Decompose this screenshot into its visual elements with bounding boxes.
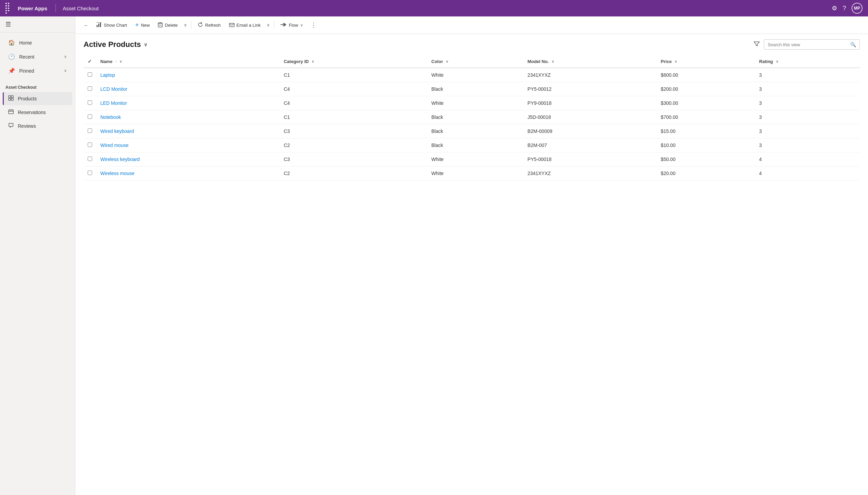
- col-header-model[interactable]: Model No. ∨: [524, 55, 657, 68]
- row-checkbox-7[interactable]: [84, 166, 96, 181]
- cell-rating-3: 3: [755, 110, 860, 124]
- rating-sort-dropdown[interactable]: ∨: [776, 60, 778, 63]
- view-title-dropdown[interactable]: ∨: [144, 42, 147, 47]
- email-dropdown[interactable]: ∨: [265, 21, 271, 29]
- cell-category-3: C1: [280, 110, 427, 124]
- link-name-7[interactable]: Wireless mouse: [100, 171, 135, 176]
- grid-icon[interactable]: [5, 3, 11, 14]
- cell-model-4: B2M-00009: [524, 124, 657, 138]
- delete-dropdown[interactable]: ∨: [183, 21, 188, 29]
- cell-rating-6: 4: [755, 152, 860, 166]
- sidebar-item-products[interactable]: Products: [3, 92, 72, 105]
- cell-color-2: White: [427, 96, 524, 110]
- view-title-text: Active Products: [84, 40, 141, 49]
- email-link-label: Email a Link: [237, 23, 261, 28]
- col-price-label: Price: [661, 59, 672, 64]
- view-area: Active Products ∨ 🔍: [75, 34, 868, 495]
- name-sort-dropdown[interactable]: ∨: [119, 60, 122, 63]
- link-name-0[interactable]: Laptop: [100, 72, 115, 78]
- table-row: Notebook C1 Black J5D-00018 $700.00 3: [84, 110, 860, 124]
- category-sort-dropdown[interactable]: ∨: [312, 60, 314, 63]
- sidebar-item-reviews-label: Reviews: [18, 123, 36, 129]
- cell-category-7: C2: [280, 166, 427, 181]
- cell-name-6: Wireless keyboard: [96, 152, 280, 166]
- hamburger-button[interactable]: ☰: [5, 21, 11, 28]
- delete-button[interactable]: Delete: [154, 20, 181, 30]
- sidebar-item-home[interactable]: 🏠 Home: [3, 36, 72, 49]
- select-all-header[interactable]: ✓: [84, 55, 96, 68]
- cell-color-5: Black: [427, 138, 524, 152]
- svg-rect-1: [11, 96, 13, 98]
- cell-color-0: White: [427, 68, 524, 82]
- link-name-6[interactable]: Wireless keyboard: [100, 157, 140, 162]
- main-layout: ☰ 🏠 Home 🕐 Recent ∨ 📌 Pinned ∨ Asset Che…: [0, 16, 868, 495]
- model-sort-dropdown[interactable]: ∨: [552, 60, 554, 63]
- sidebar-item-reservations[interactable]: Reservations: [3, 106, 72, 119]
- col-category-label: Category ID: [284, 59, 309, 64]
- row-checkbox-5[interactable]: [84, 138, 96, 152]
- svg-rect-0: [9, 96, 11, 98]
- settings-icon[interactable]: ⚙: [832, 4, 837, 12]
- show-chart-button[interactable]: Show Chart: [93, 20, 130, 30]
- recent-icon: 🕐: [8, 53, 15, 60]
- col-header-price[interactable]: Price ∨: [657, 55, 755, 68]
- checkbox-3[interactable]: [88, 114, 92, 119]
- app-name: Power Apps: [18, 5, 47, 11]
- cell-price-1: $200.00: [657, 82, 755, 96]
- col-header-category[interactable]: Category ID ∨: [280, 55, 427, 68]
- checkbox-4[interactable]: [88, 128, 92, 133]
- color-sort-dropdown[interactable]: ∨: [446, 60, 448, 63]
- new-button[interactable]: + New: [132, 20, 153, 31]
- row-checkbox-1[interactable]: [84, 82, 96, 96]
- back-button[interactable]: ←: [81, 20, 91, 30]
- row-checkbox-0[interactable]: [84, 68, 96, 82]
- col-header-color[interactable]: Color ∨: [427, 55, 524, 68]
- cell-name-4: Wired keyboard: [96, 124, 280, 138]
- row-checkbox-6[interactable]: [84, 152, 96, 166]
- top-bar-right: ⚙ ? MP: [832, 3, 863, 14]
- help-icon[interactable]: ?: [843, 5, 846, 12]
- more-button[interactable]: ⋮: [308, 19, 319, 31]
- checkbox-5[interactable]: [88, 143, 92, 147]
- checkbox-6[interactable]: [88, 157, 92, 161]
- checkbox-2[interactable]: [88, 100, 92, 105]
- link-name-2[interactable]: LED Monitor: [100, 100, 127, 106]
- avatar[interactable]: MP: [852, 3, 863, 14]
- checkbox-0[interactable]: [88, 72, 92, 77]
- email-link-button[interactable]: Email a Link: [226, 20, 264, 30]
- link-name-1[interactable]: LCD Monitor: [100, 86, 127, 92]
- filter-icon[interactable]: [754, 41, 760, 48]
- sidebar-item-reviews[interactable]: Reviews: [3, 120, 72, 133]
- content-area: ← Show Chart + New: [75, 16, 868, 495]
- cell-category-4: C3: [280, 124, 427, 138]
- table-row: Laptop C1 White 2341XYXZ $600.00 3: [84, 68, 860, 82]
- sidebar-item-recent[interactable]: 🕐 Recent ∨: [3, 50, 72, 63]
- cell-model-1: PY5-00012: [524, 82, 657, 96]
- app-title: Asset Checkout: [63, 5, 99, 11]
- col-header-name[interactable]: Name ↑ ∨: [96, 55, 280, 68]
- flow-button[interactable]: Flow ∨: [277, 20, 306, 30]
- link-name-5[interactable]: Wired mouse: [100, 143, 128, 148]
- search-button[interactable]: 🔍: [847, 40, 859, 49]
- search-input[interactable]: [764, 40, 847, 49]
- refresh-button[interactable]: Refresh: [194, 20, 224, 30]
- row-checkbox-2[interactable]: [84, 96, 96, 110]
- show-chart-label: Show Chart: [104, 23, 127, 28]
- checkmark-icon: ✓: [88, 59, 92, 64]
- cell-category-5: C2: [280, 138, 427, 152]
- sidebar-item-pinned[interactable]: 📌 Pinned ∨: [3, 64, 72, 77]
- checkbox-7[interactable]: [88, 171, 92, 175]
- cell-price-4: $15.00: [657, 124, 755, 138]
- checkbox-1[interactable]: [88, 86, 92, 91]
- refresh-icon: [198, 22, 203, 28]
- price-sort-dropdown[interactable]: ∨: [675, 60, 677, 63]
- col-model-label: Model No.: [528, 59, 549, 64]
- row-checkbox-3[interactable]: [84, 110, 96, 124]
- link-name-4[interactable]: Wired keyboard: [100, 128, 134, 134]
- show-chart-icon: [96, 22, 102, 28]
- cell-color-4: Black: [427, 124, 524, 138]
- table-row: Wired keyboard C3 Black B2M-00009 $15.00…: [84, 124, 860, 138]
- col-header-rating[interactable]: Rating ∨: [755, 55, 860, 68]
- link-name-3[interactable]: Notebook: [100, 114, 121, 120]
- row-checkbox-4[interactable]: [84, 124, 96, 138]
